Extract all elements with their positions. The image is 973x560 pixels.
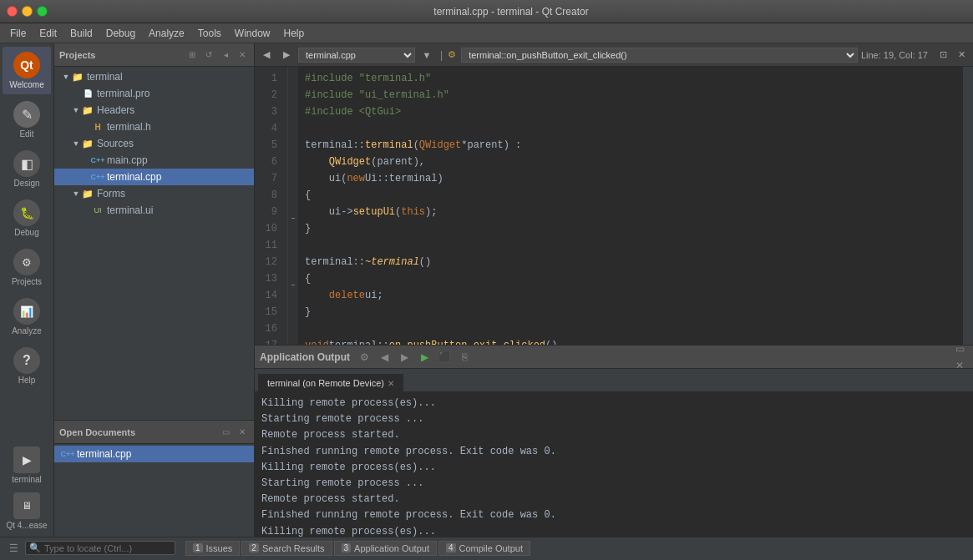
project-panel-header: Projects ⊞ ↺ ◂ ✕ [54,43,254,67]
project-tree: ▼ 📁 terminal 📄 terminal.pro ▼ [54,67,254,420]
tree-item-terminal-ui[interactable]: UI terminal.ui [54,202,254,219]
tree-arrow-headers: ▼ [71,106,81,114]
menu-help[interactable]: Help [277,26,312,41]
folder-icon-sources: 📁 [81,137,94,150]
editor-close-btn[interactable]: ✕ [953,47,970,63]
sidebar-item-terminal[interactable]: ▶ terminal [3,443,51,487]
line-numbers: 1 2 3 4 5 6 7 8 9 10 11 12 13 14 [255,67,288,345]
project-panel-close-btn[interactable]: ✕ [236,48,249,62]
tree-label-sources: Sources [97,138,134,149]
tab-label-search: Search Results [262,543,325,553]
output-tab-terminal[interactable]: terminal (on Remote Device) ✕ [258,374,403,391]
sidebar-item-analyze[interactable]: 📊 Analyze [3,293,51,341]
search-icon: 🔍 [29,542,41,553]
output-btn-stop[interactable]: ⬛ [437,349,454,366]
sidebar-terminal-label: terminal [12,475,42,484]
output-content[interactable]: Killing remote process(es)... Starting r… [255,392,973,537]
editor-func-icon: ⚙ [448,49,456,60]
sidebar-label-projects: Projects [12,277,42,286]
search-input[interactable] [44,543,161,553]
terminal-icon: ▶ [13,446,40,473]
code-editor[interactable]: 1 2 3 4 5 6 7 8 9 10 11 12 13 14 [255,67,973,345]
tree-item-terminal-cpp[interactable]: C++ terminal.cpp [54,169,254,185]
open-docs-expand-btn[interactable]: ▭ [219,426,232,439]
output-tab-close[interactable]: ✕ [388,379,394,388]
open-doc-terminal-cpp[interactable]: C++ terminal.cpp [54,446,254,462]
editor-nav-forward-btn[interactable]: ▶ [278,47,295,63]
fold-area: – – [288,67,298,345]
tree-item-terminal-pro[interactable]: 📄 terminal.pro [54,85,254,102]
menu-build[interactable]: Build [63,26,99,41]
fold-12[interactable]: – [291,212,295,225]
editor-nav-back-btn[interactable]: ◀ [258,47,275,63]
statusbar: ☰ 🔍 1 Issues 2 Search Results 3 Applicat… [0,537,973,558]
menu-analyze[interactable]: Analyze [142,26,191,41]
output-tabs: terminal (on Remote Device) ✕ [255,369,973,392]
tree-item-sources[interactable]: ▼ 📁 Sources [54,135,254,152]
open-docs-list: C++ terminal.cpp [54,444,254,537]
output-btn-settings[interactable]: ⚙ [357,349,373,366]
output-btn-prev[interactable]: ◀ [377,349,393,366]
statusbar-tab-issues[interactable]: 1 Issues [185,541,240,556]
menu-window[interactable]: Window [228,26,277,41]
window-controls[interactable] [7,6,48,17]
statusbar-icon-btn[interactable]: ☰ [5,540,22,557]
output-panel: Application Output ⚙ ◀ ▶ ▶ ⬛ ⎘ ▭ ✕ [255,345,973,537]
sidebar-item-debug[interactable]: 🐛 Debug [3,194,51,242]
output-btn-run[interactable]: ▶ [417,349,433,366]
project-panel-filter-btn[interactable]: ⊞ [185,48,199,62]
sidebar-item-edit[interactable]: ✎ Edit [3,96,51,144]
sidebar-label-analyze: Analyze [12,326,42,335]
tree-item-terminal-h[interactable]: H terminal.h [54,119,254,135]
menu-edit[interactable]: Edit [33,26,63,41]
left-sidebar: Qt Welcome ✎ Edit ◧ Design 🐛 Debug ⚙ Pro… [0,43,54,537]
sidebar-item-help[interactable]: ? Help [3,342,51,390]
sidebar-item-design[interactable]: ◧ Design [3,145,51,193]
statusbar-search[interactable]: 🔍 [25,541,175,555]
close-button[interactable] [7,6,18,17]
project-panel-collapse-btn[interactable]: ◂ [219,48,232,62]
maximize-button[interactable] [37,6,48,17]
code-line-5: terminal::terminal(QWidget *parent) : [305,137,956,154]
tab-num-compile: 4 [446,543,456,552]
open-docs-panel: Open Documents ▭ ✕ C++ terminal.cpp [54,420,254,537]
fold-17[interactable]: – [291,279,295,292]
code-line-11 [305,237,956,254]
project-panel: Projects ⊞ ↺ ◂ ✕ ▼ 📁 terminal [54,43,255,537]
menu-debug[interactable]: Debug [99,26,142,41]
output-line-6: Killing remote process(es)... [261,460,966,476]
editor-file-selector[interactable]: terminal.cpp [298,48,415,63]
tree-item-headers[interactable]: ▼ 📁 Headers [54,102,254,119]
sidebar-item-qt4ease[interactable]: 🖥 Qt 4...ease [3,489,51,533]
output-btn-next[interactable]: ▶ [397,349,413,366]
tree-item-main-cpp[interactable]: C++ main.cpp [54,152,254,169]
menu-file[interactable]: File [3,26,33,41]
code-content[interactable]: #include "terminal.h" #include "ui_termi… [298,67,963,345]
qt4ease-icon: 🖥 [13,492,40,519]
editor-func-selector[interactable]: terminal::on_pushButton_exit_clicked() [461,48,858,63]
minimize-button[interactable] [22,6,33,17]
editor-split-btn[interactable]: ⊡ [935,47,951,63]
open-docs-close-btn[interactable]: ✕ [236,426,249,439]
sidebar-item-welcome[interactable]: Qt Welcome [3,47,51,94]
code-line-13: { [305,270,956,287]
project-panel-sync-btn[interactable]: ↺ [202,48,215,62]
file-icon-h: H [91,120,104,134]
window-title: terminal.cpp - terminal - Qt Creator [56,6,966,18]
folder-icon-terminal: 📁 [71,70,84,83]
tree-item-terminal-root[interactable]: ▼ 📁 terminal [54,68,254,85]
tree-item-forms[interactable]: ▼ 📁 Forms [54,185,254,202]
output-line-1: Killing remote process(es)... [261,396,966,411]
editor-scrollbar[interactable] [963,67,973,345]
sidebar-item-projects[interactable]: ⚙ Projects [3,244,51,291]
output-btn-copy[interactable]: ⎘ [457,349,474,366]
statusbar-tab-search-results[interactable]: 2 Search Results [241,541,332,556]
editor-file-arrow-btn[interactable]: ▼ [418,47,435,63]
output-tab-label: terminal (on Remote Device) [267,378,384,388]
statusbar-tab-app-output[interactable]: 3 Application Output [334,541,437,556]
tree-label-main-cpp: main.cpp [107,154,148,166]
output-expand-btn[interactable]: ▭ [951,341,968,357]
open-doc-icon: C++ [61,447,74,461]
menu-tools[interactable]: Tools [191,26,228,41]
statusbar-tab-compile[interactable]: 4 Compile Output [438,541,530,556]
